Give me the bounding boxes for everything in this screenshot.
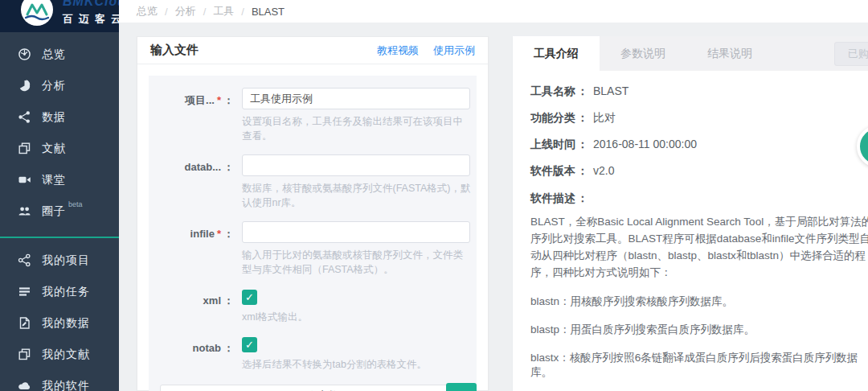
- form-row-notab: notab： ✓ 选择后结果不转换为tab分割的表格文件。: [149, 335, 477, 372]
- sidebar-item-label: 总览: [42, 47, 66, 62]
- breadcrumb-current: BLAST: [252, 6, 285, 18]
- sidebar-item-label: 我的文献: [42, 348, 90, 362]
- my-tasks-icon: [18, 285, 31, 298]
- project-field-label: 项目...: [185, 94, 215, 106]
- notab-field-label: notab: [193, 342, 221, 354]
- form-row-project: 项目...*： 设置项目名称，工具任务及输出结果可在该项目中查看。: [149, 88, 477, 143]
- analysis-icon: [18, 79, 31, 93]
- my-software-icon: [18, 379, 31, 391]
- check-icon: ✓: [245, 339, 254, 351]
- blastx-description: blastx：核酸序列按照6条链翻译成蛋白质序列后搜索蛋白质序列数据库。: [530, 351, 868, 380]
- infile-field-label: infile: [190, 228, 215, 240]
- my-data-icon: [18, 316, 31, 330]
- my-projects-icon: [18, 253, 31, 267]
- literature-icon: [18, 142, 31, 155]
- info-tabbar: 工具介绍 参数说明 结果说明 已购买: [513, 36, 868, 71]
- sidebar-item-literature[interactable]: 文献: [0, 133, 119, 164]
- brand-name-en: BMKCloud: [63, 0, 119, 9]
- software-description: BLAST，全称Basic Local Alignment Search Too…: [530, 213, 868, 281]
- sidebar-item-my-projects[interactable]: 我的项目: [0, 245, 119, 276]
- form-row-xml: xml： ✓ xml格式输出。: [149, 288, 477, 324]
- brand-name-zh: 百迈客云: [63, 12, 119, 27]
- breadcrumb-separator: /: [203, 6, 207, 18]
- sidebar-item-my-software[interactable]: 我的软件: [0, 370, 119, 391]
- sidebar-item-my-tasks[interactable]: 我的任务: [0, 276, 119, 307]
- meta-version: 软件版本：v2.0: [530, 163, 858, 179]
- tool-info-panel: 工具介绍 参数说明 结果说明 已购买 工具名称：BLAST 功能分类：比对 上线…: [513, 36, 868, 391]
- sidebar: BMKCloud 百迈客云 总览 分析 数据: [0, 0, 119, 391]
- database-field-hint: 数据库，核苷酸或氨基酸序列文件(FASTA格式)，默认使用nr库。: [242, 181, 472, 210]
- purchased-button[interactable]: 已购买: [834, 42, 868, 66]
- xml-field-label: xml: [203, 294, 221, 307]
- input-file-panel: 输入文件 教程视频 使用示例 项目...*： 设置项目名称，工具任务及输出结果可…: [137, 36, 489, 391]
- my-literature-icon: [18, 348, 31, 361]
- notab-field-hint: 选择后结果不转换为tab分割的表格文件。: [242, 357, 472, 372]
- sidebar-item-label: 圈子: [42, 204, 66, 219]
- blastp-description: blastp：用蛋白质序列搜索蛋白质序列数据库。: [530, 323, 868, 337]
- beta-badge: beta: [68, 200, 83, 208]
- infile-field-hint: 输入用于比对的氨基酸或核苷酸序列文件，文件类型与库文件相同（FASTA格式）。: [242, 248, 472, 277]
- more-params-label: 更多参数: [297, 389, 338, 391]
- project-field-hint: 设置项目名称，工具任务及输出结果可在该项目中查看。: [242, 114, 472, 143]
- xml-field-hint: xml格式输出。: [242, 310, 472, 324]
- form-panel-header: 输入文件 教程视频 使用示例: [137, 37, 488, 64]
- breadcrumb-item-overview[interactable]: 总览: [137, 4, 158, 19]
- project-name-input[interactable]: [242, 88, 470, 109]
- sidebar-item-analysis[interactable]: 分析: [0, 70, 119, 101]
- required-asterisk: *: [217, 94, 221, 106]
- xml-checkbox[interactable]: ✓: [242, 290, 257, 305]
- sidebar-item-overview[interactable]: 总览: [0, 39, 119, 70]
- infile-input[interactable]: [242, 221, 470, 243]
- more-params-button[interactable]: ↓ 更多参数: [160, 385, 465, 391]
- data-icon: [18, 110, 31, 124]
- community-icon: [18, 204, 31, 218]
- sidebar-item-data[interactable]: 数据: [0, 101, 119, 133]
- sidebar-item-label: 我的软件: [42, 379, 90, 391]
- breadcrumb-item-analysis[interactable]: 分析: [175, 4, 196, 19]
- sidebar-item-my-literature[interactable]: 我的文献: [0, 339, 119, 370]
- database-field-label: datab...: [184, 161, 221, 173]
- notab-checkbox[interactable]: ✓: [242, 337, 257, 352]
- blastn-description: blastn：用核酸序列搜索核酸序列数据库。: [530, 294, 868, 309]
- sidebar-item-community[interactable]: 圈子 beta: [0, 196, 119, 227]
- tab-tool-intro[interactable]: 工具介绍: [513, 36, 600, 71]
- panel-title: 输入文件: [150, 43, 199, 58]
- form-row-infile: infile*： 输入用于比对的氨基酸或核苷酸序列文件，文件类型与库文件相同（F…: [149, 221, 477, 277]
- sidebar-item-my-data[interactable]: 我的数据: [0, 307, 119, 339]
- logo-bar: BMKCloud 百迈客云: [0, 0, 119, 32]
- check-icon: ✓: [245, 291, 254, 303]
- meta-category: 功能分类：比对: [530, 109, 858, 126]
- tab-result-desc[interactable]: 结果说明: [686, 36, 773, 71]
- tool-intro-content: 工具名称：BLAST 功能分类：比对 上线时间：2016-08-11 00:00…: [513, 71, 868, 391]
- classroom-icon: [18, 173, 31, 187]
- database-input[interactable]: [242, 154, 470, 176]
- breadcrumb-separator: /: [241, 6, 244, 18]
- form-area: 项目...*： 设置项目名称，工具任务及输出结果可在该项目中查看。 datab.…: [149, 76, 477, 391]
- software-desc-label: 软件描述：: [530, 191, 858, 206]
- required-asterisk: *: [217, 228, 221, 240]
- meta-online-time: 上线时间：2016-08-11 00:00:00: [530, 136, 858, 152]
- form-row-database: datab...： 数据库，核苷酸或氨基酸序列文件(FASTA格式)，默认使用n…: [149, 154, 477, 210]
- sidebar-item-label: 数据: [42, 110, 66, 125]
- sidebar-item-label: 我的任务: [42, 285, 90, 299]
- sidebar-item-label: 我的项目: [42, 253, 90, 268]
- bmk-logo-icon[interactable]: [21, 0, 53, 26]
- sidebar-item-label: 课堂: [42, 173, 66, 187]
- sidebar-item-label: 文献: [42, 142, 66, 156]
- breadcrumb-separator: /: [165, 6, 168, 18]
- overview-icon: [18, 47, 31, 61]
- sidebar-nav: 总览 分析 数据 文献: [0, 32, 119, 391]
- sidebar-item-label: 分析: [42, 79, 66, 93]
- breadcrumb: 总览 / 分析 / 工具 / BLAST: [119, 0, 868, 23]
- usage-example-link[interactable]: 使用示例: [433, 43, 475, 58]
- tutorial-video-link[interactable]: 教程视频: [377, 43, 419, 58]
- tab-param-desc[interactable]: 参数说明: [600, 36, 686, 71]
- meta-tool-name: 工具名称：BLAST: [530, 83, 858, 99]
- sidebar-item-label: 我的数据: [42, 316, 90, 331]
- breadcrumb-item-tools[interactable]: 工具: [213, 4, 234, 19]
- sidebar-item-classroom[interactable]: 课堂: [0, 164, 119, 196]
- submit-button[interactable]: [446, 383, 477, 391]
